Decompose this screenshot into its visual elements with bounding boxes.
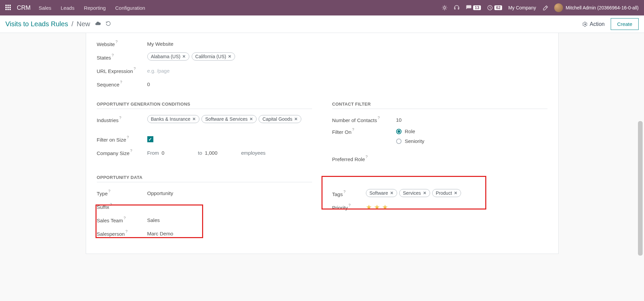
tools-icon[interactable] [542, 5, 548, 11]
tag-industry[interactable]: Software & Services✕ [201, 115, 257, 123]
field-salesperson[interactable]: Marc Demo [147, 231, 312, 236]
field-sequence[interactable]: 0 [147, 81, 547, 87]
field-type[interactable]: Opportunity [147, 190, 312, 196]
create-button[interactable]: Create [611, 18, 639, 30]
form-sheet: Website? My Website States? Alabama (US)… [86, 33, 559, 254]
label-url: URL Expression? [97, 68, 147, 74]
section-conditions: Opportunity Generation Conditions [97, 100, 312, 109]
user-name: Mitchell Admin (20366964-16-0-all) [566, 5, 639, 10]
apps-icon[interactable] [5, 5, 11, 11]
nav-sales[interactable]: Sales [39, 5, 51, 11]
tag-remove-icon[interactable]: ✕ [182, 54, 186, 59]
label-tags: Tags? [332, 191, 366, 197]
label-sequence: Sequence? [97, 81, 147, 87]
field-company-size[interactable]: From 0 to 1,000 employees [147, 150, 312, 156]
star-icon[interactable]: ★ [374, 203, 380, 211]
nav-leads[interactable]: Leads [61, 5, 75, 11]
tag-item[interactable]: Services✕ [399, 189, 430, 197]
star-icon[interactable]: ★ [382, 203, 388, 211]
tag-remove-icon[interactable]: ✕ [454, 191, 457, 195]
field-url[interactable]: e.g. /page [147, 68, 547, 74]
label-preferred-role: Preferred Role? [332, 156, 396, 162]
tag-state[interactable]: Alabama (US)✕ [147, 52, 190, 61]
user-menu[interactable]: Mitchell Admin (20366964-16-0-all) [554, 3, 639, 12]
label-filter-on: Filter On? [332, 128, 396, 135]
nav-menu: Sales Leads Reporting Configuration [39, 5, 145, 11]
messages-icon[interactable]: 13 [466, 5, 481, 11]
field-industries[interactable]: Banks & Insurance✕ Software & Services✕ … [147, 115, 312, 124]
label-industries: Industries? [97, 117, 147, 123]
breadcrumb-current: New [77, 20, 90, 28]
support-icon[interactable] [454, 5, 460, 11]
svg-point-0 [444, 7, 446, 9]
star-icon[interactable]: ★ [366, 203, 372, 211]
activities-icon[interactable]: 62 [487, 5, 502, 11]
nav-configuration[interactable]: Configuration [115, 5, 145, 11]
activities-badge: 62 [494, 5, 502, 10]
label-salesperson: Salesperson? [97, 230, 147, 237]
discard-icon[interactable] [106, 21, 111, 28]
field-website[interactable]: My Website [147, 41, 547, 47]
tag-remove-icon[interactable]: ✕ [250, 117, 253, 121]
cloud-save-icon[interactable] [95, 21, 101, 28]
label-contacts: Number of Contacts? [332, 117, 396, 123]
avatar [554, 3, 563, 12]
tag-remove-icon[interactable]: ✕ [390, 191, 393, 195]
breadcrumb-sep: / [71, 20, 73, 28]
bug-icon[interactable] [442, 5, 448, 11]
label-website: Website? [97, 41, 147, 47]
label-suffix: Suffix? [97, 203, 147, 210]
radio-seniority[interactable]: Seniority [396, 138, 547, 144]
checkbox-filter-size[interactable] [147, 136, 153, 142]
label-team: Sales Team? [97, 217, 147, 223]
tag-remove-icon[interactable]: ✕ [294, 117, 298, 121]
section-data: Opportunity Data [97, 173, 312, 182]
radio-role[interactable]: Role [396, 128, 547, 134]
top-nav: CRM Sales Leads Reporting Configuration … [0, 0, 644, 15]
tag-industry[interactable]: Banks & Insurance✕ [147, 115, 200, 123]
label-filter-size: Filter on Size? [97, 136, 147, 143]
app-brand[interactable]: CRM [17, 4, 31, 11]
field-states[interactable]: Alabama (US)✕ California (US)✕ [147, 52, 547, 62]
field-contacts[interactable]: 10 [396, 117, 547, 123]
field-tags[interactable]: Software✕ Services✕ Product✕ [366, 189, 547, 198]
action-dropdown[interactable]: Action [582, 21, 605, 27]
tag-industry[interactable]: Capital Goods✕ [259, 115, 301, 123]
svg-point-2 [584, 24, 586, 25]
breadcrumb-parent[interactable]: Visits to Leads Rules [5, 20, 68, 28]
tag-remove-icon[interactable]: ✕ [192, 117, 196, 121]
field-priority[interactable]: ★ ★ ★ [366, 203, 547, 211]
scrollbar[interactable] [638, 121, 643, 254]
section-contact: Contact Filter [332, 100, 547, 109]
tag-state[interactable]: California (US)✕ [192, 52, 235, 61]
tag-item[interactable]: Software✕ [366, 189, 397, 197]
label-company-size: Company Size? [97, 150, 147, 156]
tag-remove-icon[interactable]: ✕ [228, 54, 231, 59]
messages-badge: 13 [473, 5, 481, 10]
tag-remove-icon[interactable]: ✕ [423, 191, 426, 195]
tag-item[interactable]: Product✕ [432, 189, 461, 197]
control-bar: Visits to Leads Rules / New Action Creat… [0, 15, 644, 33]
nav-reporting[interactable]: Reporting [84, 5, 106, 11]
label-type: Type? [97, 190, 147, 196]
field-team[interactable]: Sales [147, 217, 312, 223]
breadcrumb: Visits to Leads Rules / New [5, 20, 111, 28]
company-name[interactable]: My Company [508, 5, 536, 10]
label-priority: Priority? [332, 204, 366, 211]
label-states: States? [97, 54, 147, 61]
